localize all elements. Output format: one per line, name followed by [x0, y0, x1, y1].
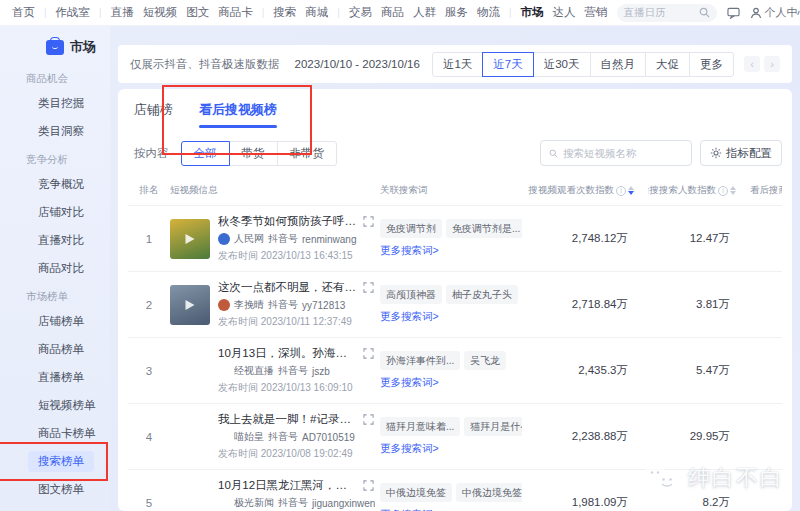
- expand-icon[interactable]: [363, 480, 374, 491]
- author-name[interactable]: 李挽晴: [234, 298, 264, 312]
- video-search-box[interactable]: [540, 140, 692, 166]
- expand-icon[interactable]: [363, 282, 374, 293]
- table-row: 5 10月12日黑龙江黑河，坐船仅需7分钟到达... 极光新闻 抖音号 jigu…: [128, 469, 782, 511]
- nav-item-service[interactable]: 服务: [445, 5, 468, 20]
- video-info-cell: 这次一点都不明显，还有股柚子的清香，家... 李挽晴 抖音号 yy712813 …: [170, 280, 380, 329]
- nav-item-mall[interactable]: 商城: [305, 5, 328, 20]
- video-title[interactable]: 秋冬季节如何预防孩子呼吸道感染，钟南山...: [218, 214, 358, 229]
- douyin-id: jiguangxinwen: [312, 498, 375, 509]
- sidebar-item-live-ranking[interactable]: 直播榜单: [0, 371, 110, 384]
- nav-item-image-text[interactable]: 图文: [186, 5, 209, 20]
- sidebar-item-shop-ranking[interactable]: 店铺榜单: [0, 315, 110, 328]
- sidebar-item-search-ranking[interactable]: 搜索榜单: [0, 455, 110, 468]
- sort-view-index[interactable]: [628, 186, 634, 195]
- live-calendar-search[interactable]: 直播日历: [617, 4, 717, 22]
- preset-1day-button[interactable]: 近1天: [432, 52, 483, 77]
- message-button[interactable]: [727, 7, 740, 19]
- nav-item-market[interactable]: 市场: [521, 5, 544, 20]
- sidebar-item-product-card-ranking[interactable]: 商品卡榜单: [0, 427, 110, 440]
- nav-item-logistics[interactable]: 物流: [477, 5, 500, 20]
- video-title[interactable]: 10月13日，深圳。孙海洋出法院后表示对判...: [218, 346, 358, 361]
- info-icon[interactable]: i: [616, 186, 626, 196]
- keywords-cell: 孙海洋事件到... 吴飞龙 更多搜索词>: [380, 351, 528, 390]
- publish-time: 2023/10/13 16:09:10: [261, 382, 353, 393]
- prev-period-button[interactable]: ‹: [744, 56, 760, 72]
- nav-item-home[interactable]: 首页: [12, 5, 35, 20]
- nav-item-trade[interactable]: 交易: [349, 5, 372, 20]
- nav-item-marketing[interactable]: 营销: [585, 5, 608, 20]
- table-row: 3 10月13日，深圳。孙海洋出法院后表示对判... 经视直播 抖音号 jszb: [128, 337, 782, 403]
- sidebar-item-shop-compare[interactable]: 店铺对比: [0, 206, 110, 219]
- author-name[interactable]: 极光新闻: [234, 496, 274, 510]
- data-scope-note: 仅展示抖音、抖音极速版数据: [130, 57, 280, 72]
- video-thumbnail[interactable]: [170, 285, 210, 325]
- header-searcher-index[interactable]: 看后搜搜索人数指数 i: [648, 184, 750, 197]
- video-thumbnail[interactable]: [170, 351, 210, 391]
- personal-center-button[interactable]: 个人中心: [750, 5, 800, 20]
- expand-icon[interactable]: [363, 216, 374, 227]
- tab-shop-ranking[interactable]: 店铺榜: [134, 101, 173, 128]
- nav-item-product[interactable]: 商品: [381, 5, 404, 20]
- nav-item-audience[interactable]: 人群: [413, 5, 436, 20]
- metric-config-button[interactable]: 指标配置: [700, 140, 782, 166]
- nav-item-live[interactable]: 直播: [111, 5, 134, 20]
- searcher-index-value: 12.47万: [648, 231, 750, 246]
- filter-without-goods-button[interactable]: 非带货: [277, 141, 338, 166]
- video-title[interactable]: 这次一点都不明显，还有股柚子的清香，家...: [218, 280, 358, 295]
- sidebar-item-short-video-ranking[interactable]: 短视频榜单: [0, 399, 110, 412]
- nav-item-short-video[interactable]: 短视频: [143, 5, 178, 20]
- more-keywords-link[interactable]: 更多搜索词>: [380, 244, 522, 258]
- sidebar-item-product-ranking[interactable]: 商品榜单: [0, 343, 110, 356]
- author-name[interactable]: 经视直播: [234, 364, 274, 378]
- view-index-value: 2,435.3万: [528, 363, 648, 378]
- video-thumbnail[interactable]: [170, 483, 210, 511]
- keywords-cell: 免疫调节剂 免疫调节剂是... 更多搜索词>: [380, 219, 528, 258]
- view-index-value: 1,981.09万: [528, 495, 648, 510]
- video-search-input[interactable]: [563, 147, 683, 159]
- video-thumbnail[interactable]: [170, 219, 210, 259]
- content-filter-row: 按内容 全部 带货 非带货 指标配置: [128, 140, 782, 166]
- sidebar-item-product-compare[interactable]: 商品对比: [0, 262, 110, 275]
- rank-cell: 4: [128, 431, 170, 443]
- author-avatar: [218, 299, 230, 311]
- sidebar-item-live-compare[interactable]: 直播对比: [0, 234, 110, 247]
- more-keywords-link[interactable]: 更多搜索词>: [380, 310, 522, 324]
- date-range[interactable]: 2023/10/10 - 2023/10/16: [295, 58, 420, 70]
- video-thumbnail[interactable]: [170, 417, 210, 457]
- preset-big-promo-button[interactable]: 大促: [645, 52, 690, 77]
- video-title[interactable]: 10月12日黑龙江黑河，坐船仅需7分钟到达...: [218, 478, 358, 493]
- nav-item-search[interactable]: 搜索: [273, 5, 296, 20]
- more-keywords-link[interactable]: 更多搜索词>: [380, 376, 522, 390]
- preset-natural-month-button[interactable]: 自然月: [590, 52, 647, 77]
- sidebar-item-competition-overview[interactable]: 竞争概况: [0, 178, 110, 191]
- expand-icon[interactable]: [363, 414, 374, 425]
- sidebar-item-category-insight[interactable]: 类目洞察: [0, 125, 110, 138]
- author-name[interactable]: 人民网: [234, 232, 264, 246]
- nav-item-product-card[interactable]: 商品卡: [218, 5, 253, 20]
- filter-all-button[interactable]: 全部: [181, 141, 230, 166]
- douyin-id: jszb: [312, 366, 330, 377]
- more-keywords-link[interactable]: 更多搜索词>: [380, 442, 522, 456]
- preset-more-button[interactable]: 更多: [689, 52, 734, 77]
- tab-post-view-search-video-ranking[interactable]: 看后搜视频榜: [199, 101, 277, 128]
- keyword-tag: 柚子皮丸子头: [446, 285, 518, 304]
- metric-config-label: 指标配置: [726, 146, 772, 161]
- expand-icon[interactable]: [363, 348, 374, 359]
- keyword-tag: 中俄边境免签...: [456, 483, 522, 502]
- date-presets: 近1天 近7天 近30天 自然月 大促 更多: [432, 52, 734, 77]
- keyword-tag: 高颅顶神器: [380, 285, 442, 304]
- nav-item-influencer[interactable]: 达人: [553, 5, 576, 20]
- nav-item-war-room[interactable]: 作战室: [56, 5, 91, 20]
- sidebar-item-image-text-ranking[interactable]: 图文榜单: [0, 483, 110, 496]
- sort-searcher-index[interactable]: [730, 186, 736, 195]
- preset-7day-button[interactable]: 近7天: [482, 52, 533, 77]
- header-view-index[interactable]: 看后搜视频观看次数指数 i: [528, 184, 648, 197]
- info-icon[interactable]: i: [718, 186, 728, 196]
- next-period-button[interactable]: ›: [764, 56, 780, 72]
- searcher-index-value: 8.2万: [648, 495, 750, 510]
- sidebar-item-category-mining[interactable]: 类目挖掘: [0, 97, 110, 110]
- preset-30day-button[interactable]: 近30天: [533, 52, 591, 77]
- author-name[interactable]: 喵始皇: [234, 430, 264, 444]
- filter-with-goods-button[interactable]: 带货: [229, 141, 278, 166]
- video-title[interactable]: 我上去就是一脚！#记录猫咪日常 #动物的迷...: [218, 412, 358, 427]
